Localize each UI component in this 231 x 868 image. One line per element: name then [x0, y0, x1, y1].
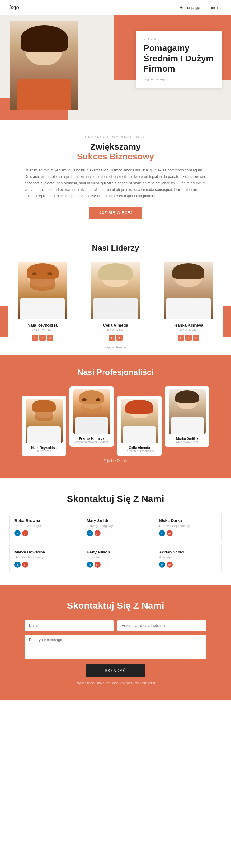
prof-card-2: Franka Kinneya Współzałożyciel + Agent: [69, 386, 114, 447]
prof-card-4: Marka Smitha Kreatywny Lider: [165, 386, 209, 447]
contact-card-2: Mary Smith Główny księgowy in g+: [81, 514, 150, 541]
nav-home[interactable]: Home page: [179, 5, 200, 10]
prof-role-4: Kreatywny Lider: [168, 440, 206, 444]
email-input[interactable]: [117, 620, 206, 631]
contact-form-title: Skontaktuj Się Z Nami: [25, 600, 206, 611]
contact-socials-5: in g+: [87, 561, 144, 568]
contact-name-4: Marka Dowsona: [14, 550, 72, 554]
contact-grid: Boba Browna Partner, Strategie in g+ Mar…: [9, 514, 222, 572]
learn-more-button[interactable]: UCZ SIĘ WIĘCEJ: [89, 207, 142, 219]
leader-socials-1: f t ◎: [9, 335, 76, 341]
prof-photo-4: [169, 390, 206, 434]
leaders-title: Nasi Liderzy: [9, 243, 222, 253]
linkedin-icon-5[interactable]: in: [87, 561, 93, 568]
leader-card-2: Celia Almeda PARTNER f t: [82, 262, 149, 341]
hero-photo: [10, 21, 78, 110]
linkedin-icon-3[interactable]: in: [159, 530, 165, 536]
prof-name-1: Nata Reynoldsa: [25, 446, 63, 450]
prof-role-1: Menedżer: [25, 450, 63, 453]
contact-role-2: Główny księgowy: [87, 524, 144, 528]
form-row-1: [25, 620, 206, 631]
hero-title: Pomagamy Średnim I Dużym Firmom: [143, 43, 214, 74]
section-professionals: Nasi Profesjonaliści Nata Reynoldsa Mene…: [0, 355, 231, 478]
leader-role-1: ZAŁOŻYCIEL: [9, 329, 76, 332]
contact-name-5: Betty Nilson: [87, 550, 144, 554]
leader-card-1: Nata Reynoldsa ZAŁOŻYCIEL f t ◎: [9, 262, 76, 341]
professionals-grid: Nata Reynoldsa Menedżer Franka Kinneya W…: [9, 386, 222, 456]
section-leaders: Nasi Liderzy Nata Reynoldsa ZAŁOŻYCIEL: [0, 231, 231, 355]
tw-icon[interactable]: t: [39, 335, 45, 341]
logo: logo: [9, 4, 19, 11]
google-icon-3[interactable]: g+: [167, 530, 173, 536]
google-icon-5[interactable]: g+: [95, 561, 101, 568]
professionals-freepik: Zdjęcia z Freepik: [9, 459, 222, 463]
section2-label: PRZYKŁADOWY NAGŁÓWEK: [25, 135, 206, 139]
contact-card-1: Boba Browna Partner, Strategie in g+: [9, 514, 77, 541]
prof-photo-2: [73, 390, 110, 434]
contact-socials-1: in g+: [14, 530, 72, 536]
contact-socials-6: in g+: [159, 561, 217, 568]
section2-body: Ut enim ad minim veniam, quis nostrud ex…: [25, 167, 206, 199]
section2-title1: Zwiększamy: [25, 142, 206, 152]
contact-form: SKŁADAĆ: [25, 620, 206, 677]
leader-photo-1: [18, 262, 67, 319]
prof-role-2: Współzałożyciel + Agent: [72, 440, 111, 444]
google-icon-2[interactable]: g+: [95, 530, 101, 536]
leader-card-3: Franka Kinneya PARTNER f t ◎: [155, 262, 222, 341]
contact-name-1: Boba Browna: [14, 518, 72, 523]
navbar: logo Home page Landing: [0, 0, 231, 15]
contact-role-6: developer: [159, 555, 217, 559]
contact-role-1: Partner, Strategie: [14, 524, 72, 528]
leader-role-2: PARTNER: [82, 329, 149, 332]
linkedin-icon[interactable]: in: [14, 530, 21, 536]
leaders-grid: Nata Reynoldsa ZAŁOŻYCIEL f t ◎ Celia Al…: [9, 262, 222, 341]
prof-photo-1: [26, 399, 63, 443]
name-input[interactable]: [25, 620, 114, 631]
contact-name-2: Mary Smith: [87, 518, 144, 523]
contact-socials-4: in g+: [14, 561, 72, 568]
contact-card-5: Betty Nilson projektant in g+: [81, 545, 150, 572]
prof-name-4: Marka Smitha: [168, 437, 206, 440]
linkedin-icon-2[interactable]: in: [87, 530, 93, 536]
contact-role-5: projektant: [87, 555, 144, 559]
google-icon-6[interactable]: g+: [167, 561, 173, 568]
contact-role-3: kierownik Sprzedaży: [159, 524, 217, 528]
linkedin-icon-4[interactable]: in: [14, 561, 21, 568]
tw-icon-2[interactable]: t: [117, 335, 123, 341]
contact-socials-3: in g+: [159, 530, 217, 536]
prof-role-3: Konsultant kreatywny: [120, 450, 159, 453]
ig-icon[interactable]: ◎: [47, 335, 53, 341]
contact-list-title: Skontaktuj Się Z Nami: [9, 493, 222, 504]
submit-button[interactable]: SKŁADAĆ: [86, 664, 145, 677]
contact-name-3: Nicka Darka: [159, 518, 217, 523]
leader-name-1: Nata Reynoldsa: [9, 323, 76, 328]
prof-photo-3: [121, 399, 158, 443]
google-icon-4[interactable]: g+: [22, 561, 28, 568]
prof-card-3: Celia Almeda Konsultant kreatywny: [117, 396, 162, 456]
hero-photo-credit: Zdjęcie z Freepik: [143, 78, 214, 81]
prof-name-3: Celia Almeda: [120, 446, 159, 450]
google-icon[interactable]: g+: [22, 530, 28, 536]
leader-socials-2: f t: [82, 335, 149, 341]
nav-landing[interactable]: Landing: [207, 5, 222, 10]
fb-icon-3[interactable]: f: [178, 335, 184, 341]
form-note: Przykład tekstu. Кликните, чтобы выбрать…: [25, 681, 206, 685]
hero-section: O NAS Pomagamy Średnim I Dużym Firmom Zd…: [0, 15, 231, 120]
accent-left: [0, 306, 8, 337]
fb-icon-2[interactable]: f: [109, 335, 115, 341]
fb-icon[interactable]: f: [32, 335, 38, 341]
leader-photo-3: [164, 262, 213, 319]
tw-icon-3[interactable]: t: [186, 335, 192, 341]
leader-name-3: Franka Kinneya: [155, 323, 222, 328]
section-business: PRZYKŁADOWY NAGŁÓWEK Zwiększamy Sukces B…: [0, 120, 231, 231]
leaders-freepik: Zdjęcia: Freepik: [9, 346, 222, 349]
leader-photo-2: [91, 262, 140, 319]
linkedin-icon-6[interactable]: in: [159, 561, 165, 568]
contact-socials-2: in g+: [87, 530, 144, 536]
message-textarea[interactable]: [25, 634, 206, 659]
leader-socials-3: f t ◎: [155, 335, 222, 341]
contact-card-6: Adrian Scold developer in g+: [154, 545, 222, 572]
ig-icon-3[interactable]: ◎: [193, 335, 199, 341]
contact-card-3: Nicka Darka kierownik Sprzedaży in g+: [154, 514, 222, 541]
leader-name-2: Celia Almeda: [82, 323, 149, 328]
